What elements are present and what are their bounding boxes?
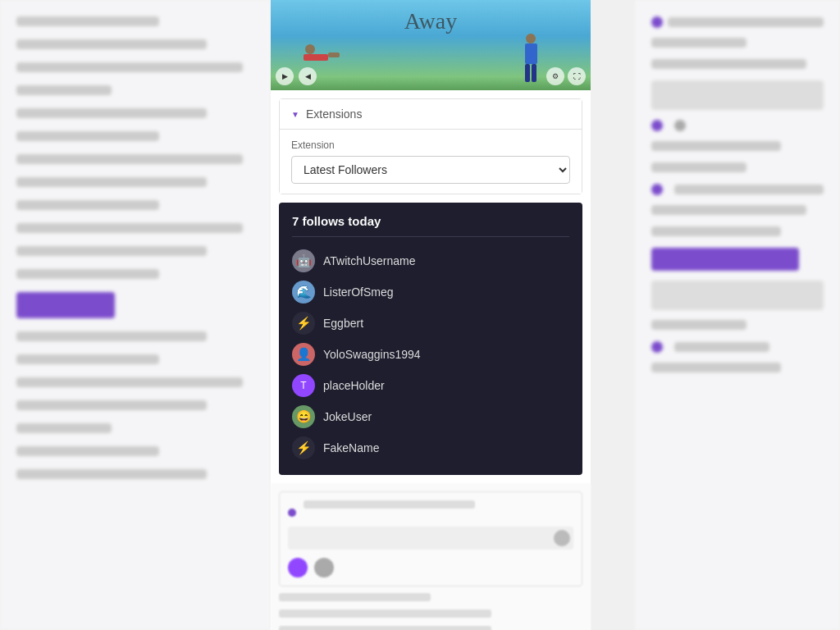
follower-name: FakeName: [323, 441, 379, 454]
svg-rect-6: [532, 64, 536, 82]
follower-name: ATwitchUsername: [323, 254, 416, 267]
follower-name: placeHolder: [323, 379, 385, 392]
follower-avatar: T: [292, 374, 315, 397]
right-sidebar: [635, 0, 840, 630]
video-area: Away ▶ ◀ ⚙ ⛶: [271, 0, 591, 90]
extension-label: Extension: [291, 139, 570, 151]
triangle-icon: ▼: [291, 110, 299, 119]
extensions-title: Extensions: [306, 107, 362, 121]
extension-select[interactable]: Latest Followers Latest Subs Game Stats: [291, 156, 570, 184]
follower-avatar: 👤: [292, 343, 315, 366]
play-button[interactable]: ▶: [276, 67, 294, 85]
video-text: Away: [404, 8, 457, 34]
follower-avatar: 😄: [292, 405, 315, 428]
svg-rect-1: [304, 54, 328, 61]
follower-item: ⚡Eggbert: [292, 308, 569, 339]
follower-name: ListerOfSmeg: [323, 285, 394, 299]
svg-rect-2: [328, 52, 340, 57]
follower-avatar: 🤖: [292, 249, 315, 272]
svg-point-3: [526, 34, 536, 43]
bottom-blur-content: [271, 483, 591, 630]
svg-rect-5: [525, 64, 530, 82]
fullscreen-button[interactable]: ⛶: [568, 67, 586, 85]
follower-avatar: ⚡: [292, 436, 315, 459]
extensions-header[interactable]: ▼ Extensions: [280, 99, 582, 130]
center-panel: Away ▶ ◀ ⚙ ⛶: [271, 0, 591, 630]
follower-item: ⚡FakeName: [292, 432, 569, 463]
settings-button[interactable]: ⚙: [546, 67, 564, 85]
followers-header: 7 follows today: [292, 214, 569, 237]
follower-item: TplaceHolder: [292, 370, 569, 401]
character-right: [521, 33, 541, 90]
follower-name: YoloSwaggins1994: [323, 348, 421, 361]
back-button[interactable]: ◀: [299, 67, 317, 85]
extensions-section: ▼ Extensions Extension Latest Followers …: [279, 98, 582, 194]
follower-item: 🌊ListerOfSmeg: [292, 276, 569, 308]
follower-name: JokeUser: [323, 410, 372, 423]
video-controls: ▶ ◀: [276, 67, 317, 85]
follower-name: Eggbert: [323, 317, 363, 330]
followers-panel: 7 follows today 🤖ATwitchUsername🌊ListerO…: [279, 203, 582, 475]
follower-item: 🤖ATwitchUsername: [292, 245, 569, 276]
followers-list: 🤖ATwitchUsername🌊ListerOfSmeg⚡Eggbert👤Yo…: [292, 245, 569, 463]
follower-item: 😄JokeUser: [292, 401, 569, 432]
extension-body: Extension Latest Followers Latest Subs G…: [280, 130, 582, 194]
video-controls-right: ⚙ ⛶: [546, 67, 586, 85]
follower-item: 👤YoloSwaggins1994: [292, 339, 569, 370]
follower-avatar: 🌊: [292, 281, 315, 304]
svg-rect-4: [525, 43, 537, 64]
follower-avatar: ⚡: [292, 312, 315, 335]
left-sidebar: [0, 0, 271, 630]
svg-point-0: [305, 44, 315, 54]
